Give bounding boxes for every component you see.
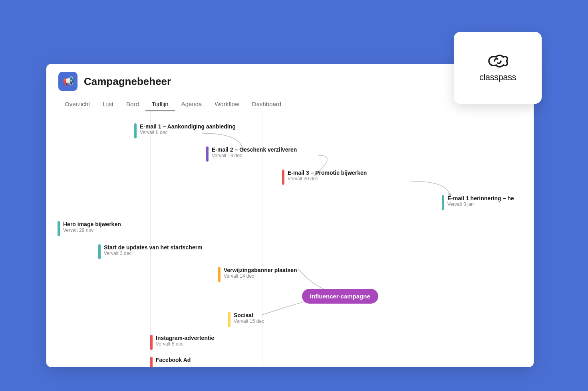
- task-email1-reminder[interactable]: E-mail 1 herinnering – he Vervalt 3 jan: [442, 195, 514, 210]
- task-facebook[interactable]: Facebook Ad: [150, 357, 191, 367]
- task-bar: [134, 123, 137, 138]
- tab-overzicht[interactable]: Overzicht: [58, 97, 96, 111]
- nav-tabs: Overzicht Lijst Bord Tijdlijn Agenda Wor…: [58, 97, 522, 111]
- task-date: Vervalt 13 dec: [212, 153, 297, 158]
- tab-dashboard[interactable]: Dashboard: [246, 97, 288, 111]
- task-label: E-mail 3 – Promotie bijwerken: [288, 170, 367, 176]
- task-instagram[interactable]: Instagram-advertentie Vervalt 8 dec: [150, 335, 214, 350]
- task-label: E-mail 1 – Aankondiging aanbieding: [140, 123, 236, 130]
- task-bar: [442, 195, 444, 210]
- main-card: 📢 Campagnebeheer Overzicht Lijst Bord Ti…: [46, 64, 534, 367]
- task-date: Vervalt 3 dec: [104, 251, 203, 256]
- task-label: Sociaal: [234, 312, 264, 318]
- grid-line: [150, 111, 151, 367]
- task-bar: [228, 312, 230, 327]
- task-date: Vervalt 14 dec: [224, 273, 297, 279]
- task-email3[interactable]: E-mail 3 – Promotie bijwerken Vervalt 20…: [282, 170, 367, 185]
- tab-workflow[interactable]: Workflow: [208, 97, 245, 111]
- task-bar: [58, 221, 60, 236]
- timeline-content: E-mail 1 – Aankondiging aanbieding Verva…: [46, 111, 534, 367]
- tab-bord[interactable]: Bord: [120, 97, 145, 111]
- task-label: E-mail 1 herinnering – he: [447, 195, 514, 201]
- tab-tijdlijn[interactable]: Tijdlijn: [145, 97, 175, 111]
- outer-container: classpass 📢 Campagnebeheer Overzic: [22, 24, 566, 367]
- task-email2[interactable]: E-mail 2 – Geschenk verzilveren Vervalt …: [206, 146, 297, 162]
- task-banner[interactable]: Verwijzingsbanner plaatsen Vervalt 14 de…: [218, 267, 297, 282]
- task-label: Hero image bijwerken: [63, 221, 121, 227]
- task-email1[interactable]: E-mail 1 – Aankondiging aanbieding Verva…: [134, 123, 236, 138]
- task-date: Vervalt 8 dec: [156, 341, 214, 347]
- task-bar: [150, 357, 153, 367]
- app-title: Campagnebeheer: [84, 75, 171, 88]
- grid-line: [374, 111, 374, 367]
- tab-agenda[interactable]: Agenda: [175, 97, 209, 111]
- task-date: Vervalt 20 dec: [288, 176, 367, 182]
- app-icon: 📢: [58, 72, 77, 91]
- task-label: Verwijzingsbanner plaatsen: [224, 267, 297, 273]
- classpass-logo: classpass: [479, 53, 516, 83]
- header-top: 📢 Campagnebeheer: [58, 72, 522, 91]
- header-left: 📢 Campagnebeheer: [58, 72, 171, 91]
- classpass-icon: [486, 53, 510, 69]
- task-bar: [218, 267, 220, 282]
- task-start-updates[interactable]: Start de updates van het startscherm Ver…: [98, 244, 203, 259]
- task-hero-image[interactable]: Hero image bijwerken Vervalt 29 nov: [58, 221, 121, 236]
- task-label: Facebook Ad: [156, 357, 191, 363]
- task-bar: [98, 244, 101, 259]
- task-date: Vervalt 6 dec: [140, 130, 236, 135]
- grid-line: [486, 111, 486, 367]
- influencer-badge[interactable]: Influencer-campagne: [302, 289, 378, 304]
- task-bar: [206, 146, 209, 162]
- task-bar: [150, 335, 153, 350]
- influencer-badge-container[interactable]: Influencer-campagne: [302, 289, 378, 304]
- classpass-brand-name: classpass: [479, 72, 516, 83]
- task-label: E-mail 2 – Geschenk verzilveren: [212, 146, 297, 153]
- task-label: Instagram-advertentie: [156, 335, 214, 341]
- task-bar: [282, 170, 284, 185]
- task-sociaal[interactable]: Sociaal Vervalt 15 dec: [228, 312, 264, 327]
- task-label: Start de updates van het startscherm: [104, 244, 203, 251]
- classpass-card: classpass: [454, 32, 542, 104]
- task-date: Vervalt 15 dec: [234, 318, 264, 324]
- task-date: Vervalt 3 jan: [447, 201, 514, 207]
- tab-lijst[interactable]: Lijst: [96, 97, 120, 111]
- task-date: Vervalt 29 nov: [63, 227, 121, 233]
